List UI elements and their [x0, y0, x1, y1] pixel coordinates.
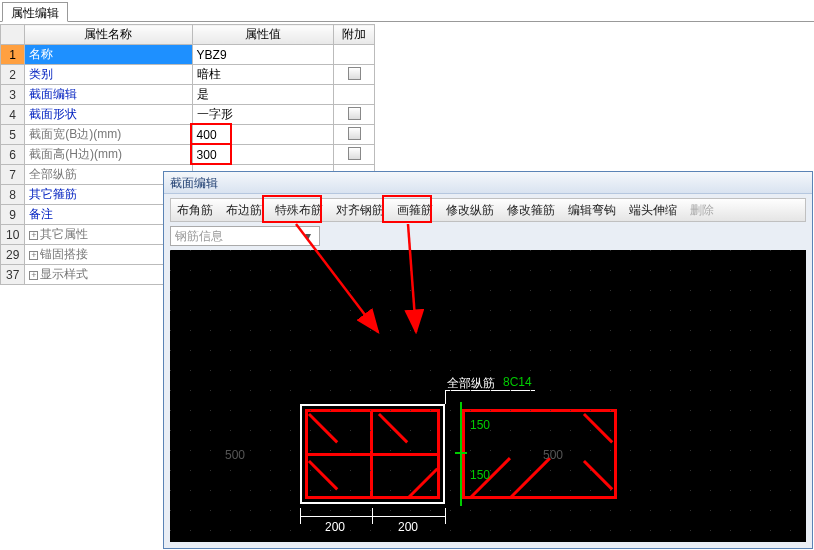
axis-l: 500: [225, 448, 245, 462]
rebar-info-combo[interactable]: 钢筋信息 ▾: [170, 226, 320, 246]
dim-150b: 150: [470, 468, 490, 482]
prop-ext[interactable]: [334, 85, 375, 105]
header-ext[interactable]: 附加: [334, 25, 375, 45]
prop-name[interactable]: 截面编辑: [25, 85, 192, 105]
toolbar-btn-1[interactable]: 布边筋: [220, 199, 269, 221]
dim-200b: 200: [398, 520, 418, 534]
rownum[interactable]: 3: [1, 85, 25, 105]
rownum[interactable]: 29: [1, 245, 25, 265]
toolbar-btn-5[interactable]: 修改纵筋: [440, 199, 501, 221]
rownum[interactable]: 9: [1, 205, 25, 225]
prop-name[interactable]: 类别: [25, 65, 192, 85]
toolbar-btn-6[interactable]: 修改箍筋: [501, 199, 562, 221]
expand-icon[interactable]: +: [29, 231, 38, 240]
rownum[interactable]: 37: [1, 265, 25, 285]
prop-value[interactable]: 一字形: [192, 105, 334, 125]
prop-value[interactable]: 400: [192, 125, 334, 145]
prop-name[interactable]: 截面宽(B边)(mm): [25, 125, 192, 145]
rownum[interactable]: 7: [1, 165, 25, 185]
prop-name[interactable]: 截面形状: [25, 105, 192, 125]
toolbar-btn-8[interactable]: 端头伸缩: [623, 199, 684, 221]
header-rownum: [1, 25, 25, 45]
prop-ext[interactable]: [334, 45, 375, 65]
prop-ext[interactable]: [334, 65, 375, 85]
expand-icon[interactable]: +: [29, 251, 38, 260]
chevron-down-icon[interactable]: ▾: [301, 229, 315, 243]
section-editor-window: 截面编辑 布角筋布边筋特殊布筋对齐钢筋画箍筋修改纵筋修改箍筋编辑弯钩端头伸缩删除…: [163, 171, 813, 549]
toolbar-btn-0[interactable]: 布角筋: [171, 199, 220, 221]
property-edit-tab[interactable]: 属性编辑: [2, 2, 68, 22]
prop-value[interactable]: 是: [192, 85, 334, 105]
dim-bar-v: [460, 402, 462, 506]
checkbox-icon[interactable]: [348, 127, 361, 140]
lead: [445, 390, 446, 404]
toolbar-btn-9: 删除: [684, 199, 721, 221]
section-toolbar: 布角筋布边筋特殊布筋对齐钢筋画箍筋修改纵筋修改箍筋编辑弯钩端头伸缩删除: [170, 198, 806, 222]
prop-ext[interactable]: [334, 105, 375, 125]
prop-name[interactable]: 名称: [25, 45, 192, 65]
section-editor-title: 截面编辑: [164, 172, 812, 194]
toolbar-btn-3[interactable]: 对齐钢筋: [330, 199, 391, 221]
header-name[interactable]: 属性名称: [25, 25, 192, 45]
section-canvas[interactable]: 全部纵筋 8C14 150 150 200 200 500 500: [170, 250, 806, 542]
rownum[interactable]: 10: [1, 225, 25, 245]
prop-name[interactable]: 截面高(H边)(mm): [25, 145, 192, 165]
rebar-info-label: 钢筋信息: [175, 228, 223, 245]
dim-t: [300, 508, 301, 524]
rownum[interactable]: 1: [1, 45, 25, 65]
expand-icon[interactable]: +: [29, 271, 38, 280]
dim-t: [445, 508, 446, 524]
toolbar-btn-4[interactable]: 画箍筋: [391, 199, 440, 221]
checkbox-icon[interactable]: [348, 147, 361, 160]
toolbar-btn-2[interactable]: 特殊布筋: [269, 199, 330, 221]
prop-value[interactable]: 300: [192, 145, 334, 165]
dim-150a: 150: [470, 418, 490, 432]
prop-ext[interactable]: [334, 145, 375, 165]
prop-value[interactable]: YBZ9: [192, 45, 334, 65]
rownum[interactable]: 2: [1, 65, 25, 85]
checkbox-icon[interactable]: [348, 107, 361, 120]
dim-200a: 200: [325, 520, 345, 534]
dim-tick: [455, 452, 467, 454]
checkbox-icon[interactable]: [348, 67, 361, 80]
rownum[interactable]: 6: [1, 145, 25, 165]
dim-t: [372, 508, 373, 524]
prop-ext[interactable]: [334, 125, 375, 145]
label-rebar-spec: 8C14: [503, 375, 532, 389]
rownum[interactable]: 5: [1, 125, 25, 145]
rownum[interactable]: 8: [1, 185, 25, 205]
axis-r: 500: [543, 448, 563, 462]
toolbar-btn-7[interactable]: 编辑弯钩: [562, 199, 623, 221]
rownum[interactable]: 4: [1, 105, 25, 125]
prop-value[interactable]: 暗柱: [192, 65, 334, 85]
header-value[interactable]: 属性值: [192, 25, 334, 45]
